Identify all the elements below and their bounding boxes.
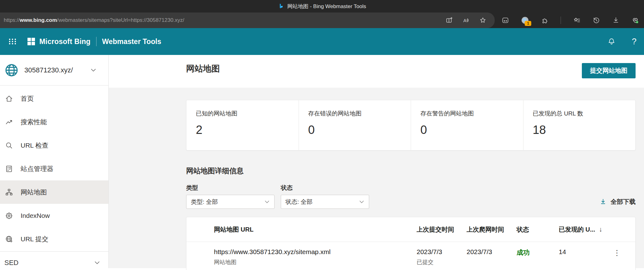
chevron-down-icon bbox=[264, 199, 270, 205]
status-filter-label: 状态 bbox=[281, 184, 369, 192]
sidebar-item-url-submission[interactable]: URL 提交 bbox=[0, 227, 108, 251]
chevron-down-icon bbox=[90, 67, 97, 73]
table-row[interactable]: https://www.305871230.xyz/sitemap.xml 网站… bbox=[186, 242, 635, 266]
sitemap-url[interactable]: https://www.305871230.xyz/sitemap.xml bbox=[214, 248, 417, 256]
column-urls-discovered[interactable]: 已发现的 U... ↓ bbox=[559, 225, 613, 234]
submitted-status: 已提交 bbox=[417, 258, 467, 266]
checklist-document-icon bbox=[5, 165, 13, 173]
profile-notification-badge: 1 bbox=[525, 21, 531, 26]
page-title: 网站地图 bbox=[186, 63, 220, 74]
browser-chrome: 网站地图 - Bing Webmaster Tools https://www.… bbox=[0, 0, 644, 28]
row-more-menu-icon[interactable]: ⋮ bbox=[613, 248, 626, 266]
address-bar-row: https://www.bing.com/webmasters/sitemaps… bbox=[0, 12, 644, 28]
brand-name[interactable]: Microsoft Bing bbox=[39, 37, 91, 46]
split-screen-icon[interactable] bbox=[445, 17, 453, 24]
product-name[interactable]: Webmaster Tools bbox=[102, 37, 161, 46]
sort-descending-icon[interactable]: ↓ bbox=[599, 226, 602, 233]
help-icon[interactable]: ? bbox=[632, 37, 637, 47]
tab-strip: 网站地图 - Bing Webmaster Tools bbox=[0, 0, 644, 12]
sidebar-item-home[interactable]: 首页 bbox=[0, 87, 108, 110]
stat-sitemaps-with-errors: 存在错误的网站地图 0 bbox=[299, 100, 411, 150]
sidebar-item-search-performance[interactable]: 搜索性能 bbox=[0, 110, 108, 134]
main-content: 网站地图 提交网站地图 已知的网站地图 2 存在错误的网站地图 0 存在警告的网… bbox=[109, 55, 644, 268]
browser-essentials-icon[interactable] bbox=[632, 17, 639, 24]
cell-urls-discovered: 14 bbox=[559, 248, 613, 266]
sidebar-item-indexnow[interactable]: IndexNow bbox=[0, 204, 108, 227]
waffle-menu-icon[interactable] bbox=[8, 37, 17, 46]
cell-last-crawled: 2023/7/3 bbox=[467, 248, 517, 266]
sidebar-item-url-inspection[interactable]: URL 检查 bbox=[0, 134, 108, 157]
globe-plus-icon bbox=[5, 235, 13, 243]
url-scheme: https:// bbox=[4, 17, 20, 23]
trending-up-icon bbox=[5, 118, 13, 126]
microsoft-logo bbox=[27, 38, 35, 45]
favorites-star-icon[interactable] bbox=[479, 17, 487, 24]
chevron-down-icon bbox=[359, 199, 364, 205]
extensions-icon[interactable] bbox=[541, 17, 549, 24]
stat-sitemaps-with-warnings: 存在警告的网站地图 0 bbox=[411, 100, 523, 150]
toolbar-icons: 1 bbox=[495, 16, 644, 24]
workspaces-icon[interactable] bbox=[502, 17, 509, 24]
type-filter-dropdown[interactable]: 类型: 全部 bbox=[186, 195, 275, 209]
sidebar-item-site-explorer[interactable]: 站点管理器 bbox=[0, 157, 108, 180]
column-last-crawled[interactable]: 上次爬网时间 bbox=[467, 225, 517, 234]
sitemap-icon bbox=[5, 188, 13, 196]
address-bar[interactable]: https://www.bing.com/webmasters/sitemaps… bbox=[0, 12, 495, 28]
submit-sitemap-button[interactable]: 提交网站地图 bbox=[582, 63, 636, 78]
tab-title: 网站地图 - Bing Webmaster Tools bbox=[287, 3, 366, 10]
column-last-submitted[interactable]: 上次提交时间 bbox=[417, 225, 467, 234]
svg-text:A: A bbox=[463, 18, 467, 23]
gear-icon bbox=[5, 212, 13, 220]
profile-avatar[interactable]: 1 bbox=[521, 16, 529, 24]
site-selector[interactable]: 305871230.xyz/ bbox=[0, 55, 108, 86]
chevron-down-icon bbox=[94, 260, 100, 266]
read-aloud-icon[interactable]: A bbox=[462, 17, 470, 24]
magnifier-icon bbox=[5, 141, 13, 150]
stat-known-sitemaps: 已知的网站地图 2 bbox=[186, 100, 299, 150]
stat-total-urls-discovered: 已发现的总 URL 数 18 bbox=[523, 100, 636, 150]
site-globe-icon bbox=[4, 63, 19, 77]
sidebar: 305871230.xyz/ 首页 搜索性能 bbox=[0, 55, 109, 268]
type-filter-label: 类型 bbox=[186, 184, 275, 192]
bing-favicon bbox=[278, 3, 284, 9]
app-header: Microsoft Bing Webmaster Tools ? bbox=[0, 28, 644, 55]
downloads-icon[interactable] bbox=[612, 17, 620, 24]
column-status[interactable]: 状态 bbox=[517, 225, 559, 234]
status-badge: 成功 bbox=[517, 248, 559, 257]
details-heading: 网站地图详细信息 bbox=[186, 166, 636, 176]
cell-status: 成功 bbox=[517, 248, 559, 266]
stats-cards: 已知的网站地图 2 存在错误的网站地图 0 存在警告的网站地图 0 已发现的总 … bbox=[186, 100, 636, 150]
url-path: /webmasters/sitemaps?siteUrl=https://305… bbox=[57, 17, 184, 23]
cell-last-submitted: 2023/7/3 已提交 bbox=[417, 248, 467, 266]
column-sitemap-url[interactable]: 网站地图 URL bbox=[214, 225, 417, 234]
home-icon bbox=[5, 95, 13, 103]
url-domain: www.bing.com bbox=[20, 17, 57, 23]
status-filter-dropdown[interactable]: 状态: 全部 bbox=[281, 195, 369, 209]
browser-tab[interactable]: 网站地图 - Bing Webmaster Tools bbox=[278, 3, 366, 10]
sidebar-item-sitemaps[interactable]: 网站地图 bbox=[0, 180, 108, 204]
sitemaps-table: 网站地图 URL 上次提交时间 上次爬网时间 状态 已发现的 U... ↓ ht… bbox=[186, 217, 636, 270]
site-name: 305871230.xyz/ bbox=[24, 66, 73, 74]
notifications-bell-icon[interactable] bbox=[607, 37, 616, 46]
sidebar-item-sed[interactable]: SED bbox=[0, 252, 108, 270]
history-icon[interactable] bbox=[592, 17, 600, 24]
cell-sitemap-url: https://www.305871230.xyz/sitemap.xml 网站… bbox=[214, 248, 417, 266]
sitemap-type: 网站地图 bbox=[214, 258, 417, 266]
download-icon bbox=[599, 198, 607, 206]
url-text[interactable]: https://www.bing.com/webmasters/sitemaps… bbox=[4, 17, 184, 23]
brand-divider bbox=[96, 37, 97, 46]
favorites-bar-icon[interactable] bbox=[573, 17, 581, 24]
table-header-row: 网站地图 URL 上次提交时间 上次爬网时间 状态 已发现的 U... ↓ bbox=[186, 217, 635, 242]
download-all-button[interactable]: 全部下载 bbox=[599, 198, 636, 206]
toolbar-divider bbox=[561, 17, 561, 24]
